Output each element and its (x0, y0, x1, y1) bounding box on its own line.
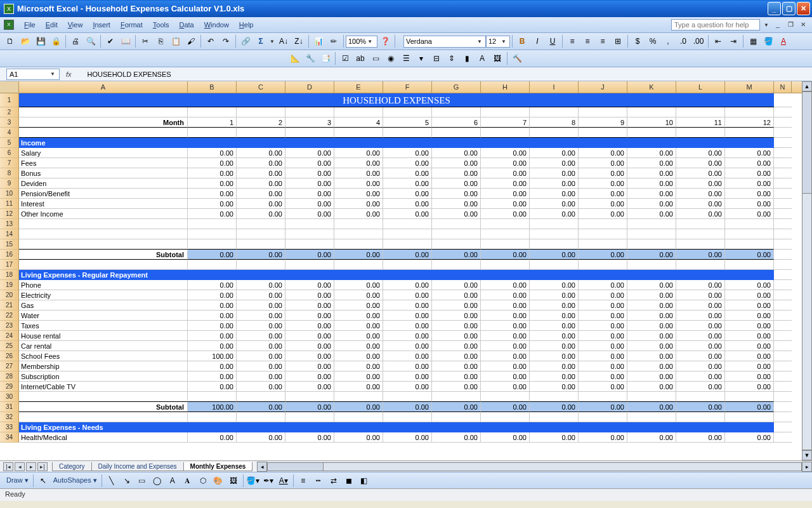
cell[interactable]: Membership (19, 361, 188, 371)
col-header-K[interactable]: K (627, 81, 676, 93)
table-row[interactable]: 8Bonus0.000.000.000.000.000.000.000.000.… (0, 168, 802, 178)
cell[interactable]: 0.00 (285, 311, 334, 321)
row-header[interactable]: 29 (0, 382, 19, 392)
cell[interactable]: 0.00 (285, 148, 334, 158)
table-row[interactable]: 2 (0, 107, 802, 117)
cell[interactable]: 0.00 (676, 158, 725, 168)
row-header[interactable]: 4 (0, 128, 19, 138)
cell[interactable]: 0.00 (579, 178, 627, 189)
cell[interactable] (383, 260, 432, 270)
cell[interactable]: 0.00 (237, 371, 285, 382)
cell[interactable]: 0.00 (579, 371, 627, 382)
tab-prev-icon[interactable]: ◂ (15, 462, 25, 471)
cell[interactable]: 0.00 (237, 168, 285, 178)
cell[interactable] (285, 260, 334, 270)
cell[interactable]: 100.00 (188, 351, 237, 361)
cell[interactable] (383, 412, 432, 422)
line-color-icon[interactable]: ✒▾ (261, 474, 275, 488)
scroll-track[interactable] (267, 462, 802, 471)
spin-icon[interactable]: ⇕ (445, 51, 459, 65)
cell[interactable]: 0.00 (481, 361, 530, 371)
cell[interactable] (334, 260, 383, 270)
cell[interactable]: 0.00 (432, 311, 481, 321)
menu-help[interactable]: Help (234, 19, 259, 30)
cell[interactable] (237, 128, 285, 138)
table-row[interactable]: 9Deviden0.000.000.000.000.000.000.000.00… (0, 178, 802, 189)
cell[interactable] (432, 138, 481, 148)
cell[interactable] (530, 422, 579, 432)
name-box[interactable]: A1 ▼ (6, 69, 60, 80)
cell[interactable] (188, 138, 237, 148)
row-header[interactable]: 8 (0, 168, 19, 178)
chevron-down-icon[interactable]: ▼ (49, 71, 56, 77)
paste-icon[interactable]: 📋 (169, 34, 183, 48)
preview-icon[interactable]: 🔍 (84, 34, 98, 48)
cell[interactable] (481, 392, 530, 402)
redo-icon[interactable]: ↷ (219, 34, 233, 48)
align-center-icon[interactable]: ≡ (580, 34, 594, 48)
table-row[interactable]: 31Subtotal100.000.000.000.000.000.000.00… (0, 402, 802, 412)
table-row[interactable]: 16Subtotal0.000.000.000.000.000.000.000.… (0, 250, 802, 260)
cell[interactable]: 0.00 (237, 351, 285, 361)
table-row[interactable]: 7Fees0.000.000.000.000.000.000.000.000.0… (0, 158, 802, 168)
cell[interactable]: 0.00 (579, 402, 627, 412)
col-header-M[interactable]: M (725, 81, 774, 93)
cell[interactable]: 0.00 (188, 178, 237, 189)
tab-last-icon[interactable]: ▸| (37, 462, 48, 471)
cell[interactable]: 0.00 (237, 300, 285, 311)
cell[interactable]: 0.00 (725, 280, 774, 290)
cell[interactable]: 0.00 (579, 341, 627, 351)
cell[interactable]: School Fees (19, 351, 188, 361)
cell[interactable] (530, 138, 579, 148)
col-header-D[interactable]: D (285, 81, 334, 93)
cell[interactable]: 0.00 (383, 168, 432, 178)
cell-grid[interactable]: 1HOUSEHOLD EXPENSES23Month12345678910111… (0, 93, 802, 460)
cell[interactable] (188, 270, 237, 280)
cell[interactable]: 0.00 (334, 199, 383, 209)
cell[interactable]: 0.00 (579, 361, 627, 371)
sort-asc-icon[interactable]: A↓ (277, 34, 291, 48)
row-header[interactable]: 18 (0, 270, 19, 280)
cell[interactable] (237, 239, 285, 250)
cell[interactable]: 0.00 (579, 158, 627, 168)
cell[interactable] (285, 270, 334, 280)
cell[interactable]: 0.00 (579, 351, 627, 361)
cell[interactable]: 0.00 (676, 361, 725, 371)
minimize-button[interactable]: _ (768, 2, 781, 15)
cell[interactable] (627, 422, 676, 432)
cell[interactable]: 0.00 (285, 341, 334, 351)
cell[interactable] (725, 219, 774, 229)
cell[interactable]: 0.00 (285, 199, 334, 209)
cell[interactable] (285, 107, 334, 117)
cell[interactable]: 0.00 (334, 300, 383, 311)
cell[interactable]: Subtotal (19, 250, 188, 260)
table-row[interactable]: 13 (0, 219, 802, 229)
cell[interactable] (725, 412, 774, 422)
hyperlink-icon[interactable]: 🔗 (239, 34, 252, 48)
cell[interactable]: 0.00 (237, 432, 285, 443)
row-header[interactable]: 25 (0, 341, 19, 351)
row-header[interactable]: 10 (0, 189, 19, 199)
tab-next-icon[interactable]: ▸ (26, 462, 36, 471)
cell[interactable]: 0.00 (481, 199, 530, 209)
cell[interactable]: Deviden (19, 178, 188, 189)
cell[interactable]: 0.00 (627, 341, 676, 351)
cell[interactable]: Subtotal (19, 402, 188, 412)
table-row[interactable]: 26School Fees100.000.000.000.000.000.000… (0, 351, 802, 361)
cell[interactable]: 0.00 (285, 371, 334, 382)
arrow-icon[interactable]: ↘ (120, 474, 134, 488)
cell[interactable]: 0.00 (627, 371, 676, 382)
col-header-C[interactable]: C (237, 81, 285, 93)
picture-icon[interactable]: 🖼 (226, 474, 240, 488)
cell[interactable] (676, 270, 725, 280)
cell[interactable] (530, 260, 579, 270)
cell[interactable]: 0.00 (530, 209, 579, 219)
cell[interactable] (676, 412, 725, 422)
cell[interactable] (579, 138, 627, 148)
row-header[interactable]: 26 (0, 351, 19, 361)
cell[interactable] (627, 107, 676, 117)
italic-icon[interactable]: I (530, 34, 544, 48)
table-row[interactable]: 18Living Expenses - Regular Repayment (0, 270, 802, 280)
cell[interactable]: 0.00 (725, 168, 774, 178)
line-style-icon[interactable]: ≡ (296, 474, 310, 488)
